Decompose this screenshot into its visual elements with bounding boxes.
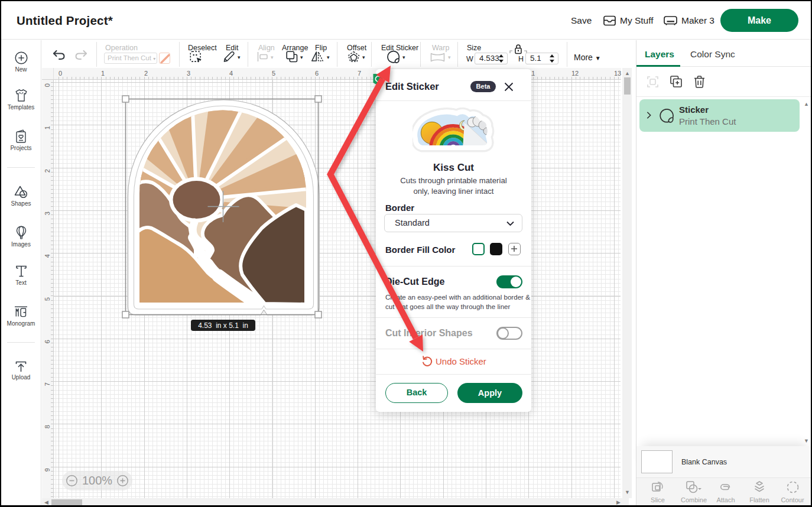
svg-text:4.53 in x 5.1 in: 4.53 in x 5.1 in	[198, 321, 248, 330]
